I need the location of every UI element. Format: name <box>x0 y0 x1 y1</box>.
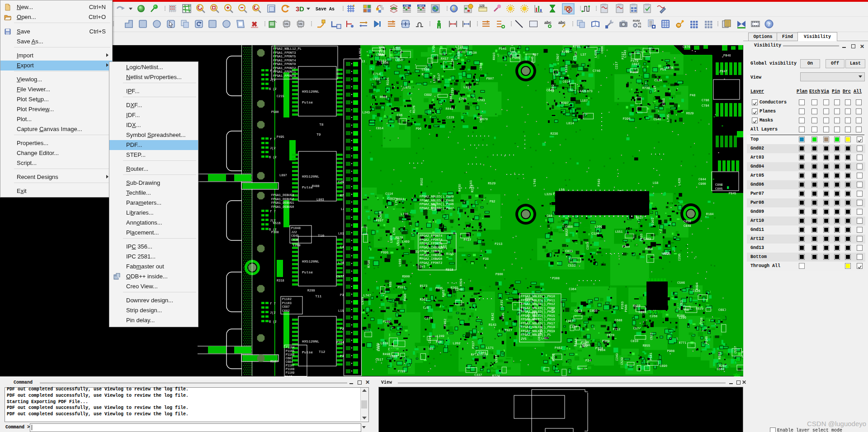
svg-text:ODB: ODB <box>114 276 120 279</box>
